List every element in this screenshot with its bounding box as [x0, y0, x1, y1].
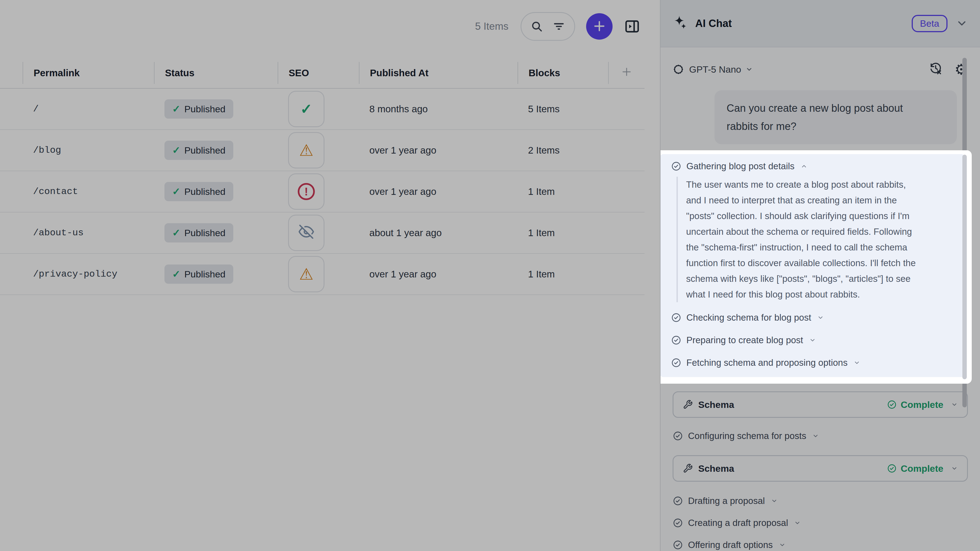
reasoning-step-collapsed[interactable]: Creating a draft proposal [673, 517, 968, 529]
reasoning-spotlight-card: Gathering blog post details The user wan… [660, 150, 972, 384]
model-name[interactable]: GPT-5 Nano [689, 64, 741, 75]
ai-chat-header: AI Chat Beta [660, 0, 980, 47]
sparkles-icon [673, 15, 689, 32]
check-icon: ✓ [172, 144, 180, 156]
check-circle-icon [673, 431, 683, 441]
panel-title: AI Chat [695, 17, 732, 29]
user-message-line: rabbits for me? [727, 117, 945, 135]
permalink-cell: /blog [22, 145, 154, 156]
model-selector-row: GPT-5 Nano ⚙ [660, 63, 980, 76]
pages-toolbar: 5 Items [0, 12, 660, 41]
seo-warning-icon: ⚠ [299, 266, 313, 282]
step-label: Preparing to create blog post [686, 335, 803, 345]
chevron-down-icon[interactable] [812, 433, 819, 439]
items-count: 5 Items [475, 21, 509, 32]
collapse-panel-chevron-down-icon[interactable] [956, 17, 968, 29]
chevron-down-icon[interactable] [951, 401, 958, 408]
table-row[interactable]: /about-us ✓Published about 1 year ago 1 … [0, 213, 644, 254]
beta-badge: Beta [912, 15, 948, 32]
published-at-cell: about 1 year ago [359, 227, 517, 238]
tool-status-complete: Complete [887, 399, 958, 410]
column-header-permalink[interactable]: Permalink [22, 62, 154, 84]
published-at-cell: 8 months ago [359, 103, 517, 114]
table-row[interactable]: /privacy-policy ✓Published ⚠ over 1 year… [0, 254, 644, 295]
column-header-published-at[interactable]: Published At [359, 62, 517, 84]
seo-error-icon: ! [298, 183, 315, 200]
published-at-cell: over 1 year ago [359, 145, 517, 156]
seo-status-button[interactable]: ⚠ [288, 256, 325, 292]
tool-name: Schema [698, 399, 734, 410]
check-circle-icon [673, 496, 683, 506]
reasoning-step-collapsed[interactable]: Configuring schema for posts [673, 430, 968, 442]
seo-hidden-eye-off-icon [299, 224, 314, 241]
step-label: Fetching schema and proposing options [686, 357, 848, 368]
reasoning-step-expanded[interactable]: Gathering blog post details [671, 160, 953, 172]
wrench-icon [683, 400, 693, 410]
table-row[interactable]: / ✓Published ✓ 8 months ago 5 Items [0, 89, 644, 130]
column-header-status[interactable]: Status [154, 62, 278, 84]
seo-warning-icon: ⚠ [299, 142, 313, 158]
chevron-down-icon[interactable] [817, 314, 824, 321]
chevron-down-icon[interactable] [771, 498, 778, 504]
seo-status-button[interactable]: ⚠ [288, 132, 325, 168]
check-circle-icon [673, 540, 683, 550]
blocks-cell: 1 Item [517, 268, 608, 279]
clear-history-icon[interactable] [929, 61, 943, 77]
chevron-down-icon[interactable] [809, 337, 816, 343]
check-circle-icon [673, 518, 683, 528]
user-message-line: Can you create a new blog post about [727, 99, 945, 117]
table-row[interactable]: /blog ✓Published ⚠ over 1 year ago 2 Ite… [0, 130, 644, 171]
seo-status-button[interactable] [288, 215, 325, 251]
status-badge: ✓Published [164, 141, 233, 160]
column-header-blocks[interactable]: Blocks [517, 62, 608, 84]
table-row[interactable]: /contact ✓Published ! over 1 year ago 1 … [0, 171, 644, 213]
chevron-up-icon[interactable] [801, 163, 807, 170]
column-header-seo[interactable]: SEO [278, 62, 359, 84]
reasoning-step-collapsed[interactable]: Fetching schema and proposing options [671, 357, 953, 369]
add-column-button[interactable] [608, 62, 644, 84]
reasoning-step-collapsed[interactable]: Offering draft options [673, 539, 968, 551]
tool-call-card-schema[interactable]: Schema Complete [673, 391, 968, 418]
reasoning-step-collapsed[interactable]: Drafting a proposal [673, 495, 968, 507]
chevron-down-icon[interactable] [951, 465, 958, 472]
scrollbar-thumb-highlight[interactable] [963, 155, 967, 379]
chevron-down-icon[interactable] [794, 519, 801, 526]
reasoning-step-collapsed[interactable]: Checking schema for blog post [671, 311, 953, 324]
check-circle-icon [671, 357, 681, 368]
status-badge: ✓Published [164, 182, 233, 201]
chevron-down-icon[interactable] [779, 541, 786, 548]
step-label: Configuring schema for posts [688, 431, 806, 441]
check-icon: ✓ [172, 227, 180, 239]
blocks-cell: 5 Items [517, 103, 608, 114]
plus-icon [593, 19, 606, 33]
plus-icon [621, 66, 632, 79]
search-icon[interactable] [530, 20, 543, 33]
tool-status-complete: Complete [887, 463, 958, 474]
blocks-cell: 1 Item [517, 186, 608, 197]
chat-messages: Can you create a new blog post about rab… [660, 76, 980, 551]
permalink-cell: /contact [22, 186, 154, 197]
seo-status-button[interactable]: ✓ [288, 91, 325, 127]
seo-status-button[interactable]: ! [288, 173, 325, 210]
reasoning-step-collapsed[interactable]: Preparing to create blog post [671, 334, 953, 346]
status-badge: ✓Published [164, 223, 233, 243]
chevron-down-icon[interactable] [854, 359, 860, 366]
step-label: Gathering blog post details [686, 161, 795, 171]
published-at-cell: over 1 year ago [359, 268, 517, 279]
panel-toggle-icon[interactable] [624, 18, 641, 35]
permalink-cell: / [22, 104, 154, 114]
tool-name: Schema [698, 463, 734, 474]
search-filter-group [520, 12, 575, 41]
model-chevron-down-icon[interactable] [746, 66, 753, 73]
check-circle-icon [671, 161, 681, 171]
seo-ok-icon: ✓ [300, 101, 312, 117]
filter-icon[interactable] [552, 20, 565, 33]
status-badge: ✓Published [164, 99, 233, 119]
tool-call-card-schema[interactable]: Schema Complete [673, 455, 968, 482]
add-page-button[interactable] [586, 13, 612, 40]
step-label: Offering draft options [688, 540, 773, 550]
pages-main-area: 5 Items [0, 0, 660, 551]
blocks-cell: 1 Item [517, 227, 608, 238]
permalink-cell: /about-us [22, 228, 154, 238]
openai-logo-icon [673, 64, 684, 75]
